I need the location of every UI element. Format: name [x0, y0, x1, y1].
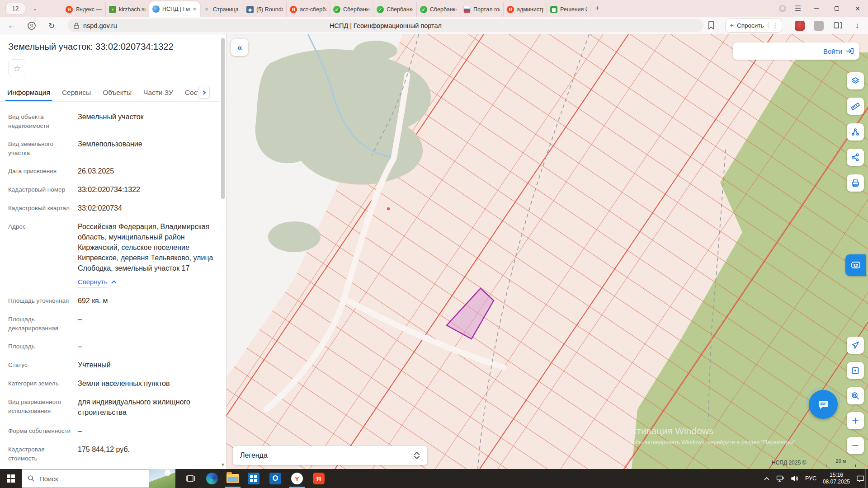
map-copyright: НСПД 2025 ©	[772, 460, 806, 466]
window-minimize-button[interactable]	[806, 0, 826, 17]
roundcube-favicon: ◆	[246, 6, 254, 13]
tray-expand-chevron-icon[interactable]	[764, 476, 770, 481]
browser-tab-council[interactable]: ▦Решения Сове	[547, 2, 590, 17]
collapse-address-link[interactable]: Свернуть	[78, 277, 117, 287]
nspd-favicon	[152, 5, 160, 13]
extension-icon-red[interactable]	[795, 21, 805, 31]
login-bar[interactable]: Войти	[733, 42, 859, 60]
reload-icon[interactable]: ↻	[46, 20, 57, 31]
tab-panels-icon[interactable]	[833, 20, 843, 30]
browser-tab-sberbank-3[interactable]: ✓Сбербанк-АС	[417, 2, 460, 17]
panel-scrollbar[interactable]	[221, 38, 225, 199]
profile-avatar[interactable]	[775, 2, 790, 15]
yandex-app-taskbar-icon[interactable]: Я	[308, 469, 329, 488]
taskbar-search-input[interactable]: Поиск	[22, 469, 149, 488]
assistant-button[interactable]	[845, 254, 866, 276]
map-point-marker	[387, 207, 390, 210]
task-view-button[interactable]	[180, 469, 201, 488]
page-title-center: НСПД | Геоинформационный портал	[68, 22, 703, 29]
tray-clock[interactable]: 15:16 08.07.2025	[823, 472, 850, 485]
zoom-in-button[interactable]	[847, 412, 864, 429]
field-row: Категория земельЗемли населенных пунктов	[0, 378, 226, 389]
start-button[interactable]	[0, 469, 22, 488]
sparkle-icon: ✦	[729, 22, 734, 29]
browser-tab-gosuslugi[interactable]: Портал госуд	[460, 2, 504, 17]
field-row: СтатусУчтенный	[0, 360, 226, 370]
field-row: Вид земельного участкаЗемлепользование	[0, 139, 226, 158]
zoom-out-button[interactable]	[847, 437, 864, 454]
zoom-to-area-button[interactable]	[847, 387, 864, 404]
tab-counter[interactable]: 12	[5, 3, 25, 14]
browser-tab-administration[interactable]: Яадминистрац	[504, 2, 547, 17]
locate-me-button[interactable]	[847, 337, 864, 354]
field-row: Вид разрешенного использованиядля индиви…	[0, 397, 226, 418]
error-page-favicon: ✕	[203, 6, 210, 13]
edge-taskbar-icon[interactable]	[202, 469, 222, 488]
browser-menu-icon[interactable]: ☰	[790, 2, 806, 15]
share-button[interactable]	[847, 149, 864, 166]
tab-services[interactable]: Сервисы	[62, 89, 91, 97]
keyboard-language[interactable]: РУС	[805, 475, 816, 482]
show-desktop-button[interactable]	[865, 469, 868, 488]
windows-taskbar: Поиск O Y Я РУС 15:16 08.07.2025	[0, 469, 868, 488]
ask-ai-button[interactable]: ✦ Спросить ⋮	[725, 19, 782, 33]
browser-tab-ast-sberbank[interactable]: Яаст-сбербанк	[287, 2, 330, 17]
tab-parcel-parts[interactable]: Части ЗУ	[143, 89, 173, 97]
outlook-taskbar-icon[interactable]: O	[265, 469, 286, 488]
weather-widget[interactable]	[149, 469, 175, 488]
network-icon[interactable]	[776, 475, 784, 482]
tabs-scroll-right-button[interactable]	[198, 87, 210, 99]
browser-tab-yandex[interactable]: ЯЯндекс — быс	[62, 2, 106, 17]
scroll-down-arrow-icon[interactable]: ▼	[221, 462, 225, 467]
layers-button[interactable]	[847, 72, 864, 89]
tab-close-icon[interactable]: ✕	[193, 6, 197, 12]
back-icon[interactable]: ←	[6, 20, 17, 31]
bookmark-icon[interactable]	[706, 20, 716, 30]
browser-tab-sberbank-1[interactable]: ✓Сбербанк-АС	[330, 2, 373, 17]
measure-area-button[interactable]	[847, 123, 864, 141]
yandex-home-icon[interactable]: Я	[26, 20, 37, 31]
kirzhach-favicon: ♦	[109, 6, 116, 13]
address-value: Российская Федерация, Владимирская облас…	[78, 223, 213, 272]
file-explorer-taskbar-icon[interactable]	[222, 469, 243, 488]
browser-tab-roundcube[interactable]: ◆(5) Roundcube	[243, 2, 287, 17]
new-tab-button[interactable]: +	[590, 2, 604, 15]
council-favicon: ▦	[550, 6, 557, 13]
print-button[interactable]	[847, 174, 864, 192]
panel-tabs: Информация Сервисы Объекты Части ЗУ Сост…	[0, 84, 226, 102]
browser-tab-nspd-active[interactable]: НСПД | Гео✕	[149, 1, 200, 17]
legend-bar[interactable]: Легенда	[233, 446, 427, 465]
support-chat-button[interactable]	[809, 390, 838, 419]
tab-objects[interactable]: Объекты	[103, 89, 132, 97]
extension-icon-gray[interactable]	[814, 21, 824, 31]
tab-information[interactable]: Информация	[7, 89, 50, 97]
action-center-icon[interactable]	[856, 475, 864, 482]
favorite-star-button[interactable]: ☆	[8, 59, 26, 77]
extent-frame-button[interactable]	[847, 362, 864, 379]
field-row: Дата присвоения26.03.2025	[0, 166, 226, 176]
legend-expand-icon[interactable]	[414, 451, 420, 460]
parcel-info-panel: Земельный участок: 33:02:020734:1322 ☆ И…	[0, 34, 226, 469]
ruler-button[interactable]	[847, 98, 864, 115]
browser-tab-page-unavailable[interactable]: ✕Страница нед	[200, 2, 243, 17]
field-row-address: Адрес Российская Федерация, Владимирская…	[0, 221, 226, 287]
map-canvas[interactable]: « Войти	[226, 34, 868, 469]
window-restore-button[interactable]	[826, 0, 847, 17]
tab-list-chevron-icon[interactable]: ⌄	[29, 3, 41, 14]
downloads-icon[interactable]: ↓	[852, 20, 863, 31]
chevron-up-icon	[111, 280, 117, 284]
field-row: Вид объекта недвижимостиЗемельный участо…	[0, 112, 226, 131]
browser-tab-kirzhach[interactable]: ♦kirzhach.su Re	[106, 2, 149, 17]
browser-tab-bar: 12 ⌄ ЯЯндекс — быс ♦kirzhach.su Re НСПД …	[0, 0, 868, 17]
ask-menu-dots-icon[interactable]: ⋮	[768, 22, 778, 29]
window-close-button[interactable]: ✕	[847, 0, 868, 17]
volume-icon[interactable]	[791, 475, 799, 482]
field-row: Кадастровая стоимость175 844,12 руб.	[0, 444, 226, 463]
omnibox[interactable]: nspd.gov.ru НСПД | Геоинформационный пор…	[68, 19, 703, 32]
browser-tab-sberbank-2[interactable]: ✓Сбербанк-АС	[373, 2, 417, 17]
russian-flag-favicon	[463, 6, 471, 13]
yandex-browser-taskbar-icon[interactable]: Y	[287, 469, 307, 488]
search-icon	[28, 475, 35, 482]
microsoft-store-taskbar-icon[interactable]	[243, 469, 264, 488]
collapse-panel-button[interactable]: «	[231, 39, 248, 56]
